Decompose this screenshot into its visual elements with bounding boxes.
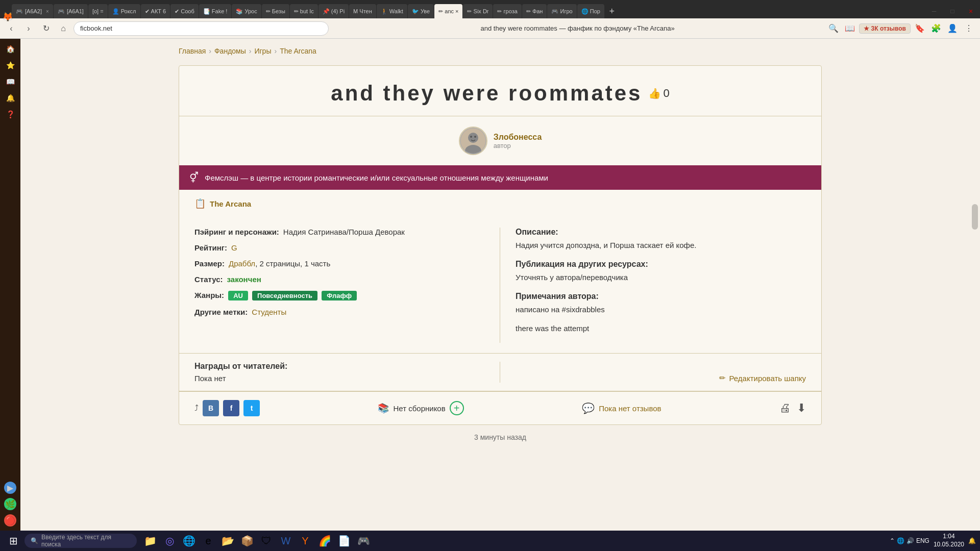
sidebar-app1-icon[interactable]: ▶ [4,482,16,494]
tab-t12[interactable]: М Чтен [349,4,376,18]
breadcrumb-home-link[interactable]: Главная [179,47,206,55]
reader-view-button[interactable]: 📖 [843,21,857,36]
fandom-name-link[interactable]: The Arcana [210,199,251,208]
pencil-icon: ✏ [719,373,726,383]
breadcrumb-games-link[interactable]: Игры [254,47,271,55]
sidebar-history-icon[interactable]: 📖 [4,76,16,88]
sidebar-help-icon[interactable]: ❓ [4,108,16,120]
genre-tag-fluff[interactable]: Флафф [322,291,357,300]
taskbar-files-app[interactable]: 📂 [218,532,237,550]
sidebar-app3-icon[interactable]: 🔴 [4,514,16,527]
like-button[interactable]: 👍 0 [648,87,669,100]
tab-t5[interactable]: ✔ АКТ 6 [141,4,170,18]
review-badge[interactable]: ★ 3К отзывов [859,23,911,34]
tab-t8[interactable]: 📚 Урос [232,4,261,18]
taskbar-antivirus-app[interactable]: 🛡 [257,532,276,550]
minimize-button[interactable]: ─ [927,4,941,18]
bookmark-button[interactable]: 🔖 [913,21,927,36]
tab-t17[interactable]: ✏ гроза [493,4,521,18]
size-link[interactable]: Драббл [229,259,255,268]
refresh-button[interactable]: ↻ [39,21,53,36]
taskbar-tray-up-icon[interactable]: ⌃ [890,537,895,544]
tab-t20[interactable]: 🌐 Пор [577,4,604,18]
tab-t2[interactable]: 🎮 [A6A1] [54,4,88,18]
taskbar-cortana-app[interactable]: ◎ [160,532,179,550]
facebook-share-button[interactable]: f [223,400,239,416]
sidebar-app2-icon[interactable]: 🌿 [4,498,16,510]
no-reviews-link[interactable]: Пока нет отзывов [599,404,661,413]
taskbar-winrar-app[interactable]: 📦 [238,532,256,550]
tab-t6-label: ✔ Сооб [175,8,194,15]
scroll-indicator[interactable] [972,204,978,230]
author-name-link[interactable]: Злобонесса [494,133,542,141]
tab-t13-label: 🚶 Walkt [381,8,403,15]
taskbar-clock[interactable]: 1:04 10.05.2020 [934,533,964,548]
tab-t11[interactable]: 📌 (4) Pi [318,4,349,18]
tab-t14[interactable]: 🐦 Уве [408,4,434,18]
breadcrumb-fandom-link[interactable]: The Arcana [280,47,316,55]
tab-t7[interactable]: 📑 Fake ! [199,4,232,18]
pairing-row: Пэйринг и персонажи: Надия Сатринава/Пор… [194,228,484,236]
taskbar-ie-app[interactable]: e [199,532,217,550]
start-button[interactable]: ⊞ [4,532,22,550]
tag-students[interactable]: Студенты [252,308,286,316]
rating-link[interactable]: G [231,243,237,252]
tab-t9[interactable]: ✏ Безы [262,4,289,18]
taskbar-search-bar[interactable]: 🔍 Введите здесь текст для поиска [24,534,137,548]
sidebar-notifications-icon[interactable]: 🔔 [4,92,16,104]
extensions-button[interactable]: 🧩 [929,21,943,36]
genre-tag-daily[interactable]: Повседневность [252,291,317,300]
volume-icon[interactable]: 🔊 [906,537,914,544]
taskbar-explorer-app[interactable]: 📁 [141,532,159,550]
taskbar-chrome-app[interactable]: 🌈 [315,532,334,550]
tab-t18-label: ✏ Фан [526,8,543,15]
tags-label: Другие метки: [194,308,248,316]
edit-header-link[interactable]: ✏ Редактировать шапку [719,373,806,383]
tab-t2-label: [A6A1] [67,8,84,14]
tags-value: Студенты [252,308,286,316]
close-window-button[interactable]: × [964,4,978,18]
author-avatar[interactable] [459,127,487,155]
new-tab-button[interactable]: + [605,4,619,18]
tab-t1[interactable]: 🎮 [A6A2] × [12,4,53,18]
sidebar-star-icon[interactable]: ⭐ [4,59,16,71]
sidebar-home-icon[interactable]: 🏠 [4,43,16,55]
tab-t4[interactable]: 👤 Роксл [108,4,140,18]
tab-t10[interactable]: ✏ but Ic [290,4,318,18]
tab-t6[interactable]: ✔ Сооб [170,4,199,18]
taskbar-edge-app[interactable]: 🌐 [180,532,198,550]
forward-button[interactable]: › [21,21,36,36]
taskbar-word-app[interactable]: W [277,532,295,550]
taskbar-yandex-app[interactable]: Y [296,532,314,550]
taskbar-notifications-icon[interactable]: 🔔 [968,537,976,544]
network-icon[interactable]: 🌐 [897,537,904,544]
back-button[interactable]: ‹ [4,21,18,36]
keyboard-icon[interactable]: ENG [916,537,929,544]
home-button[interactable]: ⌂ [56,21,70,36]
tab-t1-close[interactable]: × [46,9,49,14]
address-bar[interactable]: ficbook.net [74,21,329,36]
taskbar-steam-app[interactable]: 🎮 [354,532,373,550]
tab-t16[interactable]: ✏ Six Dr [463,4,493,18]
breadcrumb-fandoms-link[interactable]: Фандомы [214,47,246,55]
svg-point-1 [468,133,478,143]
print-section: 🖨 ⬇ [779,402,806,415]
tab-active[interactable]: ✏ anc × [434,4,462,18]
edit-link-text: Редактировать шапку [729,374,806,383]
tab-t3[interactable]: [o] = [88,4,108,18]
tab-t19[interactable]: 🎮 Игро [547,4,576,18]
browser-chrome: 🦊 🎮 [A6A2] × 🎮 [A6A1] [o] = 👤 Роксл ✔ АК… [0,0,980,39]
tab-t13[interactable]: 🚶 Walkt [377,4,407,18]
taskbar-pdf-app[interactable]: 📄 [335,532,353,550]
add-to-collection-button[interactable]: + [450,401,464,415]
genre-tag-au[interactable]: AU [228,291,248,300]
download-button[interactable]: ⬇ [797,402,806,415]
account-button[interactable]: 👤 [945,21,960,36]
maximize-button[interactable]: □ [945,4,960,18]
print-button[interactable]: 🖨 [779,402,791,415]
search-button[interactable]: 🔍 [826,21,841,36]
twitter-share-button[interactable]: t [243,400,260,416]
menu-button[interactable]: ⋮ [962,21,976,36]
vk-share-button[interactable]: В [203,400,219,416]
tab-t18[interactable]: ✏ Фан [522,4,547,18]
